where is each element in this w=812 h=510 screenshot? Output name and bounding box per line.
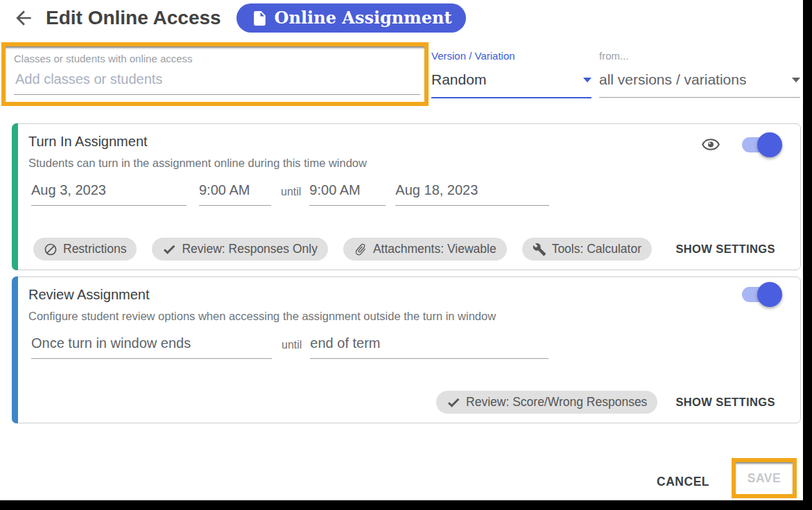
block-icon — [44, 243, 58, 256]
card-accent-bar — [12, 123, 18, 270]
version-value-row[interactable]: Random — [431, 71, 591, 98]
chip-label: Review: Score/Wrong Responses — [466, 395, 647, 410]
review-assignment-card: Review Assignment Configure student revi… — [12, 276, 801, 423]
bottom-letterbox — [0, 500, 812, 510]
back-arrow-icon[interactable] — [12, 7, 35, 29]
wrench-icon — [533, 243, 546, 256]
review-chip[interactable]: Review: Score/Wrong Responses — [436, 391, 657, 414]
right-letterbox — [803, 0, 812, 510]
header: Edit Online Access Online Assignment — [12, 3, 466, 33]
review-window-fields: Once turn in window ends until end of te… — [31, 335, 548, 359]
online-access-toggle[interactable] — [742, 137, 777, 152]
page-title: Edit Online Access — [46, 7, 221, 29]
card-subtitle: Configure student review options when ac… — [28, 310, 496, 323]
from-label: from... — [599, 50, 800, 62]
check-icon — [162, 243, 176, 256]
settings-chips-row: Review: Score/Wrong Responses SHOW SETTI… — [33, 391, 775, 414]
review-end-field[interactable]: end of term — [310, 335, 548, 359]
turn-in-window-fields: Aug 3, 2023 9:00 AM until 9:00 AM Aug 18… — [31, 182, 549, 206]
settings-chips-row: Restrictions Review: Responses Only Atta… — [33, 238, 775, 261]
chip-label: Restrictions — [63, 242, 126, 256]
restrictions-chip[interactable]: Restrictions — [33, 238, 137, 261]
chevron-down-icon — [792, 78, 800, 82]
until-label: until — [281, 186, 301, 206]
start-time-field[interactable]: 9:00 AM — [199, 182, 271, 206]
access-highlight-box: Classes or students with online access — [1, 42, 429, 106]
card-controls — [698, 135, 782, 154]
from-value: all versions / variations — [599, 71, 746, 88]
attachments-chip[interactable]: Attachments: Viewable — [343, 238, 507, 261]
card-title: Turn In Assignment — [28, 134, 148, 150]
end-time-field[interactable]: 9:00 AM — [309, 182, 386, 206]
until-label: until — [282, 339, 302, 359]
assignment-type-badge: Online Assignment — [236, 3, 467, 33]
cancel-button[interactable]: CANCEL — [657, 475, 709, 489]
tools-chip[interactable]: Tools: Calculator — [522, 238, 652, 261]
document-icon — [251, 10, 268, 27]
show-settings-button[interactable]: SHOW SETTINGS — [675, 243, 775, 256]
access-input-underline — [14, 94, 420, 95]
paperclip-icon — [354, 243, 368, 256]
toggle-knob — [757, 282, 782, 307]
badge-label: Online Assignment — [275, 10, 452, 26]
chip-label: Review: Responses Only — [182, 242, 318, 256]
toggle-knob — [757, 132, 782, 157]
end-date-field[interactable]: Aug 18, 2023 — [395, 182, 549, 206]
turn-in-assignment-card: Turn In Assignment Students can turn in … — [12, 123, 801, 270]
start-date-field[interactable]: Aug 3, 2023 — [31, 182, 187, 206]
version-value: Random — [431, 71, 486, 88]
from-select: from... all versions / variations — [599, 50, 800, 98]
edit-online-access-screen: Edit Online Access Online Assignment Cla… — [0, 0, 812, 510]
from-value-row[interactable]: all versions / variations — [599, 71, 800, 98]
review-start-field[interactable]: Once turn in window ends — [31, 335, 272, 359]
card-accent-bar — [12, 276, 18, 423]
review-access-toggle[interactable] — [742, 287, 777, 302]
access-label: Classes or students with online access — [14, 53, 416, 64]
version-variation-select: Version / Variation Random — [431, 50, 591, 98]
card-subtitle: Students can turn in the assignment onli… — [28, 157, 367, 170]
card-controls — [742, 287, 782, 302]
review-chip[interactable]: Review: Responses Only — [152, 238, 328, 261]
eye-icon[interactable] — [698, 135, 724, 154]
chip-label: Tools: Calculator — [552, 242, 641, 256]
version-label: Version / Variation — [431, 50, 591, 62]
chevron-down-icon — [583, 78, 591, 82]
access-input[interactable] — [14, 71, 405, 88]
save-highlight-box: SAVE — [732, 458, 797, 498]
card-title: Review Assignment — [28, 287, 150, 303]
check-icon — [447, 396, 460, 410]
chip-label: Attachments: Viewable — [373, 242, 496, 256]
save-button[interactable]: SAVE — [748, 471, 781, 486]
show-settings-button[interactable]: SHOW SETTINGS — [675, 396, 775, 409]
